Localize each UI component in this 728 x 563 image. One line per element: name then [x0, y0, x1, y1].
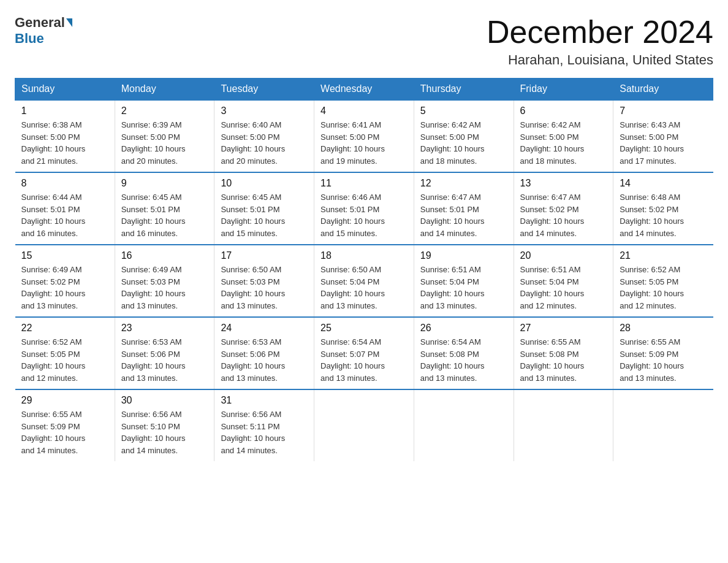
day-number: 28 [620, 323, 707, 334]
day-number: 7 [620, 105, 707, 117]
calendar-cell: 1Sunrise: 6:38 AM Sunset: 5:00 PM Daylig… [15, 100, 115, 172]
logo-triangle-icon [66, 18, 72, 27]
day-info: Sunrise: 6:38 AM Sunset: 5:00 PM Dayligh… [21, 119, 108, 167]
day-number: 31 [221, 395, 308, 406]
day-info: Sunrise: 6:54 AM Sunset: 5:08 PM Dayligh… [420, 336, 507, 384]
logo-general-text: General [15, 15, 65, 31]
calendar-cell: 22Sunrise: 6:52 AM Sunset: 5:05 PM Dayli… [15, 317, 115, 389]
day-number: 22 [21, 323, 108, 334]
day-info: Sunrise: 6:50 AM Sunset: 5:03 PM Dayligh… [221, 264, 308, 312]
calendar-cell: 12Sunrise: 6:47 AM Sunset: 5:01 PM Dayli… [414, 172, 514, 245]
day-number: 24 [221, 323, 308, 334]
calendar-cell: 10Sunrise: 6:45 AM Sunset: 5:01 PM Dayli… [214, 172, 314, 245]
day-number: 6 [520, 105, 607, 117]
calendar-cell: 17Sunrise: 6:50 AM Sunset: 5:03 PM Dayli… [214, 245, 314, 317]
calendar-cell: 7Sunrise: 6:43 AM Sunset: 5:00 PM Daylig… [613, 100, 713, 172]
header-monday: Monday [115, 79, 214, 101]
logo: General Blue [15, 15, 74, 47]
day-number: 27 [520, 323, 607, 334]
month-title: December 2024 [487, 15, 713, 50]
day-number: 26 [420, 323, 507, 334]
calendar-week-row: 8Sunrise: 6:44 AM Sunset: 5:01 PM Daylig… [15, 172, 713, 245]
calendar-week-row: 15Sunrise: 6:49 AM Sunset: 5:02 PM Dayli… [15, 245, 713, 317]
day-number: 12 [420, 178, 507, 189]
day-info: Sunrise: 6:56 AM Sunset: 5:10 PM Dayligh… [121, 408, 208, 456]
day-number: 25 [320, 323, 408, 334]
day-number: 21 [620, 250, 707, 261]
day-number: 2 [121, 105, 208, 117]
calendar-week-row: 22Sunrise: 6:52 AM Sunset: 5:05 PM Dayli… [15, 317, 713, 389]
day-number: 17 [221, 250, 308, 261]
calendar-table: SundayMondayTuesdayWednesdayThursdayFrid… [15, 78, 713, 461]
day-info: Sunrise: 6:50 AM Sunset: 5:04 PM Dayligh… [320, 264, 408, 312]
day-info: Sunrise: 6:54 AM Sunset: 5:07 PM Dayligh… [320, 336, 408, 384]
calendar-cell: 23Sunrise: 6:53 AM Sunset: 5:06 PM Dayli… [115, 317, 214, 389]
day-number: 10 [221, 178, 308, 189]
day-number: 13 [520, 178, 607, 189]
title-block: December 2024 Harahan, Louisiana, United… [487, 15, 713, 68]
day-info: Sunrise: 6:47 AM Sunset: 5:02 PM Dayligh… [520, 191, 607, 239]
calendar-cell: 9Sunrise: 6:45 AM Sunset: 5:01 PM Daylig… [115, 172, 214, 245]
day-info: Sunrise: 6:45 AM Sunset: 5:01 PM Dayligh… [221, 191, 308, 239]
day-info: Sunrise: 6:39 AM Sunset: 5:00 PM Dayligh… [121, 119, 208, 167]
logo-blue-text: Blue [15, 31, 44, 46]
day-info: Sunrise: 6:52 AM Sunset: 5:05 PM Dayligh… [620, 264, 707, 312]
day-info: Sunrise: 6:56 AM Sunset: 5:11 PM Dayligh… [221, 408, 308, 456]
calendar-cell: 15Sunrise: 6:49 AM Sunset: 5:02 PM Dayli… [15, 245, 115, 317]
header-thursday: Thursday [414, 79, 514, 101]
day-number: 18 [320, 250, 408, 261]
day-number: 11 [320, 178, 408, 189]
header-friday: Friday [514, 79, 613, 101]
day-info: Sunrise: 6:55 AM Sunset: 5:09 PM Dayligh… [21, 408, 108, 456]
day-info: Sunrise: 6:49 AM Sunset: 5:03 PM Dayligh… [121, 264, 208, 312]
calendar-cell: 31Sunrise: 6:56 AM Sunset: 5:11 PM Dayli… [214, 389, 314, 461]
calendar-cell: 29Sunrise: 6:55 AM Sunset: 5:09 PM Dayli… [15, 389, 115, 461]
calendar-cell: 8Sunrise: 6:44 AM Sunset: 5:01 PM Daylig… [15, 172, 115, 245]
day-number: 15 [21, 250, 108, 261]
page-header: General Blue December 2024 Harahan, Loui… [15, 15, 713, 68]
calendar-cell [314, 389, 414, 461]
calendar-header-row: SundayMondayTuesdayWednesdayThursdayFrid… [15, 79, 713, 101]
calendar-cell: 19Sunrise: 6:51 AM Sunset: 5:04 PM Dayli… [414, 245, 514, 317]
calendar-cell: 20Sunrise: 6:51 AM Sunset: 5:04 PM Dayli… [514, 245, 613, 317]
calendar-cell: 13Sunrise: 6:47 AM Sunset: 5:02 PM Dayli… [514, 172, 613, 245]
day-number: 19 [420, 250, 507, 261]
location-title: Harahan, Louisiana, United States [487, 52, 713, 68]
calendar-cell: 21Sunrise: 6:52 AM Sunset: 5:05 PM Dayli… [613, 245, 713, 317]
day-info: Sunrise: 6:41 AM Sunset: 5:00 PM Dayligh… [320, 119, 408, 167]
header-saturday: Saturday [613, 79, 713, 101]
day-info: Sunrise: 6:53 AM Sunset: 5:06 PM Dayligh… [121, 336, 208, 384]
calendar-cell: 6Sunrise: 6:42 AM Sunset: 5:00 PM Daylig… [514, 100, 613, 172]
calendar-cell: 27Sunrise: 6:55 AM Sunset: 5:08 PM Dayli… [514, 317, 613, 389]
day-info: Sunrise: 6:44 AM Sunset: 5:01 PM Dayligh… [21, 191, 108, 239]
day-info: Sunrise: 6:51 AM Sunset: 5:04 PM Dayligh… [520, 264, 607, 312]
header-tuesday: Tuesday [214, 79, 314, 101]
day-number: 3 [221, 105, 308, 117]
calendar-cell: 24Sunrise: 6:53 AM Sunset: 5:06 PM Dayli… [214, 317, 314, 389]
header-wednesday: Wednesday [314, 79, 414, 101]
calendar-cell: 18Sunrise: 6:50 AM Sunset: 5:04 PM Dayli… [314, 245, 414, 317]
day-info: Sunrise: 6:40 AM Sunset: 5:00 PM Dayligh… [221, 119, 308, 167]
day-info: Sunrise: 6:55 AM Sunset: 5:08 PM Dayligh… [520, 336, 607, 384]
calendar-cell: 14Sunrise: 6:48 AM Sunset: 5:02 PM Dayli… [613, 172, 713, 245]
calendar-week-row: 1Sunrise: 6:38 AM Sunset: 5:00 PM Daylig… [15, 100, 713, 172]
day-info: Sunrise: 6:48 AM Sunset: 5:02 PM Dayligh… [620, 191, 707, 239]
day-info: Sunrise: 6:53 AM Sunset: 5:06 PM Dayligh… [221, 336, 308, 384]
calendar-week-row: 29Sunrise: 6:55 AM Sunset: 5:09 PM Dayli… [15, 389, 713, 461]
calendar-cell: 11Sunrise: 6:46 AM Sunset: 5:01 PM Dayli… [314, 172, 414, 245]
day-info: Sunrise: 6:52 AM Sunset: 5:05 PM Dayligh… [21, 336, 108, 384]
calendar-cell: 2Sunrise: 6:39 AM Sunset: 5:00 PM Daylig… [115, 100, 214, 172]
day-number: 4 [320, 105, 408, 117]
day-info: Sunrise: 6:45 AM Sunset: 5:01 PM Dayligh… [121, 191, 208, 239]
day-number: 9 [121, 178, 208, 189]
day-number: 30 [121, 395, 208, 406]
day-number: 16 [121, 250, 208, 261]
day-info: Sunrise: 6:51 AM Sunset: 5:04 PM Dayligh… [420, 264, 507, 312]
calendar-cell: 4Sunrise: 6:41 AM Sunset: 5:00 PM Daylig… [314, 100, 414, 172]
day-info: Sunrise: 6:47 AM Sunset: 5:01 PM Dayligh… [420, 191, 507, 239]
calendar-cell: 5Sunrise: 6:42 AM Sunset: 5:00 PM Daylig… [414, 100, 514, 172]
header-sunday: Sunday [15, 79, 115, 101]
day-number: 8 [21, 178, 108, 189]
day-number: 23 [121, 323, 208, 334]
day-info: Sunrise: 6:49 AM Sunset: 5:02 PM Dayligh… [21, 264, 108, 312]
